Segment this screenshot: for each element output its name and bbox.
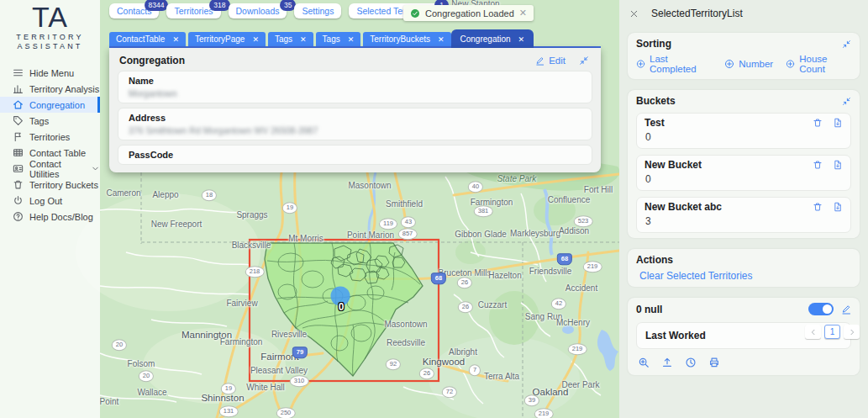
tab-downloads[interactable]: Downloads35	[229, 3, 287, 19]
clear-selected-territories-link[interactable]: Clear Selected Territories	[636, 270, 851, 282]
export-file-icon[interactable]	[833, 202, 843, 212]
buckets-title: Buckets	[636, 95, 676, 107]
help-icon	[13, 211, 24, 222]
toast-notification: Congregation Loaded ✕	[403, 5, 534, 21]
collapse-buckets-icon[interactable]	[842, 97, 851, 106]
map-label: Reedsville	[387, 338, 425, 347]
sidebar-item-hide-menu[interactable]: Hide Menu	[0, 65, 100, 81]
page-next-button[interactable]	[844, 325, 860, 339]
sorting-card: Sorting Last CompletedNumberHouse Count	[628, 33, 860, 79]
tab-contacts[interactable]: Contacts8344	[109, 3, 159, 19]
chip-close-icon[interactable]: ✕	[348, 35, 355, 44]
filter-chip-territorybuckets[interactable]: TerritoryBuckets✕	[363, 32, 450, 46]
map-label: Aleppo	[152, 190, 178, 199]
close-icon[interactable]	[629, 9, 639, 19]
congregation-panel: Congregation Edit NameMorgantownAddress3…	[109, 48, 601, 172]
chevron-right-icon	[848, 328, 856, 336]
map-label: Kingwood	[423, 357, 466, 367]
trash-icon[interactable]	[813, 160, 823, 170]
tab-badge: 8344	[145, 0, 169, 11]
filter-chip-tags[interactable]: Tags✕	[268, 32, 313, 46]
map-label: Blacksville	[232, 241, 271, 250]
map-label: Confluence	[548, 195, 591, 204]
trash-icon	[13, 179, 24, 190]
export-file-icon[interactable]	[833, 118, 843, 128]
tab-territories[interactable]: Territories318	[166, 3, 220, 19]
map-label: Gibbon Glade	[455, 230, 507, 239]
pencil-icon	[841, 304, 851, 315]
map-label: Mt Morris	[288, 234, 324, 243]
filter-chip-territorypage[interactable]: TerritoryPage✕	[188, 32, 266, 46]
trash-icon[interactable]	[813, 202, 823, 212]
sidebar-item-tags[interactable]: Tags	[0, 113, 100, 129]
map-label: Spraggs	[236, 210, 267, 220]
tag-icon	[13, 115, 24, 126]
shrink-icon	[842, 97, 851, 106]
edit-button[interactable]: Edit	[535, 56, 566, 66]
sort-chip-last-completed[interactable]: Last Completed	[636, 54, 712, 74]
trash-icon[interactable]	[813, 118, 823, 128]
history-icon[interactable]	[685, 357, 697, 368]
field-value: 376 Smithtown Rd Morgantown WV 26508-398…	[129, 125, 581, 135]
filter-chips: ContactTable✕TerritoryPage✕Tags✕Tags✕Ter…	[109, 32, 601, 49]
filter-chip-tags[interactable]: Tags✕	[316, 32, 361, 46]
page-prev-button[interactable]	[805, 325, 821, 339]
plus-circle-icon	[636, 59, 645, 69]
territory-toggle[interactable]	[808, 303, 834, 315]
bucket-row: Test0	[636, 113, 851, 149]
check-circle-icon	[410, 8, 420, 19]
toast-close-icon[interactable]: ✕	[519, 8, 527, 19]
app: New StantonCameronAleppoNew FreeportSpra…	[0, 0, 868, 418]
field-name: NameMorgantown	[118, 71, 592, 103]
field-passcode: PassCode	[118, 145, 592, 165]
bucket-count: 0	[644, 131, 843, 143]
print-icon[interactable]	[708, 357, 720, 368]
sort-chip-label: House Count	[799, 54, 851, 74]
map-label: Masontown	[348, 181, 391, 190]
bucket-name: New Bucket abc	[644, 201, 722, 213]
sidebar-item-territory-analysis[interactable]: Territory Analysis	[0, 81, 100, 97]
sidebar-item-contact-utilities[interactable]: Contact Utilities	[0, 161, 100, 177]
collapse-sorting-icon[interactable]	[842, 40, 851, 49]
chevron-down-icon	[91, 164, 100, 173]
chip-close-icon[interactable]: ✕	[518, 35, 525, 44]
zoom-in-icon[interactable]	[638, 357, 650, 368]
sidebar-item-label: Contact Table	[29, 148, 86, 158]
upload-icon[interactable]	[661, 357, 673, 368]
bucket-count: 3	[644, 215, 843, 227]
sidebar-item-congregation[interactable]: Congregation	[0, 97, 100, 113]
chip-label: Congregation	[460, 34, 511, 44]
sidebar-item-label: Territory Analysis	[29, 84, 99, 94]
pencil-icon[interactable]	[841, 304, 851, 315]
route-shield: 219	[583, 261, 602, 272]
map-label: Addison	[559, 226, 589, 235]
chip-close-icon[interactable]: ✕	[300, 35, 307, 44]
route-shield: 310	[290, 375, 309, 387]
chip-close-icon[interactable]: ✕	[252, 35, 259, 44]
export-file-icon[interactable]	[833, 160, 843, 170]
sort-chip-number[interactable]: Number	[724, 54, 773, 74]
page-current[interactable]: 1	[824, 325, 840, 339]
route-shield: 72	[442, 386, 457, 398]
congregation-header: Congregation Edit	[109, 48, 601, 71]
sort-chip-house-count[interactable]: House Count	[786, 54, 851, 74]
map-label: Cuzzart	[478, 300, 507, 310]
filter-chip-contacttable[interactable]: ContactTable✕	[109, 32, 186, 46]
route-shield: 19	[221, 383, 236, 394]
panel-header: SelectedTerritoryList	[628, 5, 860, 22]
route-shield: 218	[245, 266, 265, 278]
sidebar-item-territory-buckets[interactable]: Territory Buckets	[0, 177, 100, 193]
sidebar-item-help-docs-blog[interactable]: Help Docs/Blog	[0, 209, 100, 225]
tab-settings[interactable]: Settings	[294, 3, 341, 19]
top-tabs: Contacts8344Territories318Downloads35Set…	[109, 3, 439, 19]
chip-close-icon[interactable]: ✕	[438, 35, 445, 44]
sidebar-item-log-out[interactable]: Log Out	[0, 193, 100, 209]
map-label: Cameron	[106, 188, 140, 198]
route-shield: 43	[401, 216, 416, 228]
chip-close-icon[interactable]: ✕	[172, 35, 179, 44]
map-label: State Park	[497, 174, 537, 183]
sidebar-item-territories[interactable]: Territories	[0, 129, 100, 145]
collapse-panel-icon[interactable]	[579, 56, 589, 66]
sidebar-item-label: Tags	[29, 116, 49, 126]
filter-chip-congregation[interactable]: Congregation✕	[454, 32, 532, 46]
